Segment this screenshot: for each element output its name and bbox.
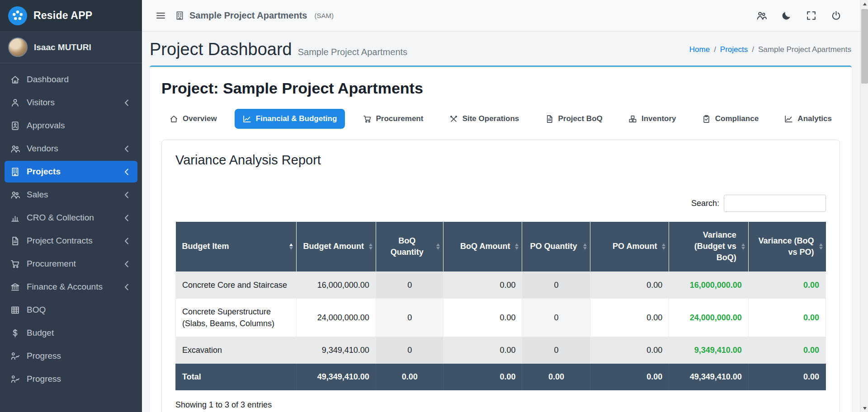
sort-icon — [819, 243, 823, 250]
sidebar-item-budget[interactable]: Budget — [5, 322, 137, 344]
tab-compliance[interactable]: Compliance — [694, 109, 767, 129]
chart-line-icon — [784, 115, 793, 123]
sidebar-item-project-contracts[interactable]: Project Contracts — [5, 230, 137, 252]
column-header-variance-boq-po[interactable]: Variance (BoQ vs PO) — [748, 222, 826, 272]
grid-icon — [10, 305, 20, 315]
page-header: Project Dashboard Sample Project Apartme… — [142, 32, 860, 66]
column-header-budget-item[interactable]: Budget Item — [176, 222, 297, 272]
project-heading: Project: Sample Project Apartments — [161, 80, 840, 97]
main-content: Sample Project Apartments (SAM) Project … — [142, 0, 860, 412]
project-tabs: Overview Financial & Budgeting Procureme… — [161, 109, 840, 129]
tab-overview[interactable]: Overview — [161, 109, 225, 129]
sidebar-item-finance-accounts[interactable]: Finance & Accounts — [5, 276, 137, 298]
scrollbar-thumb[interactable] — [861, 9, 868, 84]
cell-po-quantity: 0 — [522, 272, 590, 298]
variance-report-panel: Variance Analysis Report Search: Budget … — [161, 140, 840, 412]
tab-procurement[interactable]: Procurement — [355, 109, 432, 129]
cell-variance-budget-boq: 24,000,000.00 — [669, 298, 748, 337]
table-row: Concrete Core and Staircase 16,000,000.0… — [176, 272, 826, 298]
sidebar-item-dashboard[interactable]: Dashboard — [5, 69, 137, 90]
arrow-up-icon — [863, 3, 867, 5]
project-selector[interactable]: Sample Project Apartments (SAM) — [175, 10, 334, 21]
search-label: Search: — [691, 199, 719, 208]
navbar-project-name: Sample Project Apartments — [189, 10, 307, 21]
cell-total-label: Total — [176, 363, 297, 390]
table-total-row: Total 49,349,410.00 0.00 0.00 0.00 0.00 … — [176, 363, 826, 390]
sort-icon — [583, 243, 587, 250]
breadcrumb: Home/Projects/Sample Project Apartments — [689, 45, 851, 54]
table-row: Excavation 9,349,410.00 0 0.00 0 0.00 9,… — [176, 337, 826, 363]
file-icon — [10, 236, 20, 246]
sidebar-item-progress-2[interactable]: Progress — [5, 368, 137, 390]
menu-toggle-icon[interactable] — [156, 10, 166, 21]
breadcrumb-home[interactable]: Home — [689, 45, 710, 54]
user-panel[interactable]: Isaac MUTURI — [0, 32, 142, 63]
cell-po-amount: 0.00 — [590, 272, 669, 298]
column-header-budget-amount[interactable]: Budget Amount — [297, 222, 376, 272]
cell-total-boq-quantity: 0.00 — [376, 363, 443, 390]
cell-boq-amount: 0.00 — [443, 337, 522, 363]
tab-analytics[interactable]: Analytics — [776, 109, 840, 129]
search-input[interactable] — [724, 195, 826, 212]
cell-variance-boq-po: 0.00 — [748, 298, 826, 337]
column-header-boq-amount[interactable]: BoQ Amount — [443, 222, 522, 272]
power-icon[interactable] — [831, 10, 841, 21]
chevron-left-icon — [122, 144, 132, 154]
column-header-po-amount[interactable]: PO Amount — [590, 222, 669, 272]
sidebar-item-procurement[interactable]: Procurement — [5, 253, 137, 275]
sidebar-item-progress-1[interactable]: Progress — [5, 345, 137, 367]
app-name: Reside APP — [33, 9, 92, 22]
progress-icon — [10, 375, 20, 384]
sidebar-item-sales[interactable]: Sales — [5, 184, 137, 206]
sort-icon — [741, 243, 745, 250]
table-search: Search: — [175, 195, 826, 212]
cell-po-amount: 0.00 — [590, 337, 669, 363]
tab-financial-budgeting[interactable]: Financial & Budgeting — [235, 109, 345, 129]
navbar-project-code: (SAM) — [314, 12, 334, 19]
bank-icon — [10, 282, 20, 292]
expand-icon[interactable] — [806, 10, 816, 21]
sort-icon — [369, 243, 373, 250]
chevron-left-icon — [122, 190, 132, 200]
cell-total-po-amount: 0.00 — [590, 363, 669, 390]
vertical-scrollbar[interactable] — [860, 0, 868, 412]
sidebar-item-visitors[interactable]: Visitors — [5, 92, 137, 113]
chevron-left-icon — [122, 98, 132, 108]
cell-boq-quantity: 0 — [376, 272, 443, 298]
cell-budget-amount: 9,349,410.00 — [297, 337, 376, 363]
tools-icon — [449, 115, 458, 123]
clipboard-icon — [702, 115, 711, 123]
progress-icon — [10, 351, 20, 361]
arrow-down-icon — [863, 407, 867, 410]
column-header-boq-quantity[interactable]: BoQ Quantity — [376, 222, 443, 272]
cell-boq-amount: 0.00 — [443, 298, 522, 337]
sidebar-item-approvals[interactable]: Approvals — [5, 115, 137, 136]
file-icon — [545, 115, 554, 123]
breadcrumb-projects[interactable]: Projects — [720, 45, 748, 54]
column-header-po-quantity[interactable]: PO Quantity — [522, 222, 590, 272]
users-icon — [10, 190, 20, 200]
cell-po-quantity: 0 — [522, 298, 590, 337]
sidebar-item-cro-collection[interactable]: CRO & Collection — [5, 207, 137, 229]
moon-icon[interactable] — [781, 10, 792, 21]
building-icon — [10, 167, 20, 177]
brand[interactable]: Reside APP — [0, 0, 142, 32]
bar-chart-icon — [10, 213, 20, 223]
cell-variance-boq-po: 0.00 — [748, 272, 826, 298]
tab-inventory[interactable]: Inventory — [620, 109, 684, 129]
scroll-down-button[interactable] — [861, 404, 868, 412]
sidebar-item-boq[interactable]: BOQ — [5, 299, 137, 321]
column-header-variance-budget-boq[interactable]: Variance (Budget vs BoQ) — [669, 222, 748, 272]
sort-icon — [662, 243, 665, 250]
chevron-left-icon — [122, 282, 132, 292]
navbar-actions — [756, 10, 841, 21]
sidebar-menu: Dashboard Visitors Approvals Vendors Pro… — [0, 63, 142, 397]
page-subtitle: Sample Project Apartments — [298, 47, 407, 57]
cell-total-variance-boq-po: 0.00 — [748, 363, 826, 390]
tab-project-boq[interactable]: Project BoQ — [537, 109, 611, 129]
users-icon[interactable] — [756, 10, 767, 21]
scroll-up-button[interactable] — [861, 0, 868, 8]
sidebar-item-projects[interactable]: Projects — [5, 161, 137, 183]
sidebar-item-vendors[interactable]: Vendors — [5, 138, 137, 159]
tab-site-operations[interactable]: Site Operations — [441, 109, 528, 129]
